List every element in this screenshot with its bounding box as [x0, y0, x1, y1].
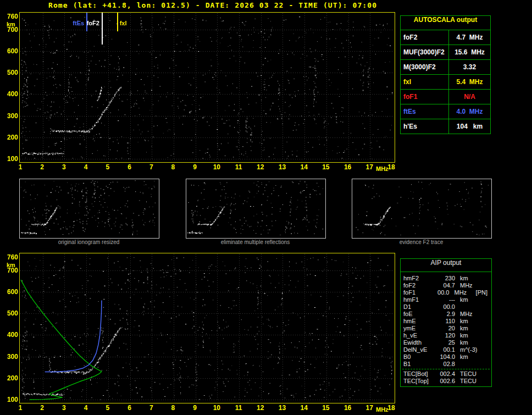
aip-row-fof1: foF100.0MHz[PN] [401, 289, 491, 296]
aip-row-yme: ymE20km [401, 325, 491, 332]
x-tick-label: 14 [298, 163, 310, 171]
aip-value: 20 [433, 325, 455, 332]
autoscala-param: M(3000)F2 [401, 60, 449, 74]
aip-row-d1: D100.0 [401, 303, 491, 311]
x-tick-label: 8 [167, 163, 179, 171]
x-tick-label: 6 [124, 163, 136, 171]
x-tick-label: 4 [80, 404, 92, 412]
aip-value: 2.9 [433, 311, 455, 318]
aip-name: TEC[Bot] [403, 370, 433, 378]
aip-row-b0: B0104.0km [401, 353, 491, 361]
y-tick-label: 760 [1, 13, 18, 20]
aip-name: hmE [403, 318, 433, 325]
x-tick-label: 7 [145, 163, 157, 171]
aip-row-hmf2: hmF2230km [401, 275, 491, 282]
aip-row-ewidth: Ewidth25km [401, 339, 491, 346]
aip-name: B1 [403, 361, 433, 368]
aip-extra [484, 275, 489, 282]
x-tick-label: 2 [36, 404, 48, 412]
marker-fof2-label: foF2 [76, 20, 99, 26]
aip-value: 02.8 [433, 361, 455, 368]
marker-fxi-line [117, 13, 118, 31]
aip-separator [402, 369, 490, 369]
marker-fxi-label: fxI [120, 20, 127, 26]
x-tick-label: 11 [232, 404, 245, 412]
marker-fof2-line [102, 13, 103, 45]
aip-name: DelN_vE [403, 346, 433, 353]
y-tick-label: 760 [1, 253, 18, 261]
aip-table-rows: hmF2230kmfoF204.7MHzfoF100.0MHz[PN]hmF1-… [401, 275, 491, 385]
x-axis-unit-label: MHz [376, 165, 389, 172]
aip-name: TEC[Top] [403, 378, 433, 385]
y-tick-label: 600 [1, 288, 18, 296]
aip-extra [484, 361, 489, 368]
x-tick-label: 5 [102, 163, 114, 171]
aip-row-hve: h_vE120km [401, 332, 491, 339]
x-tick-label: 13 [276, 163, 288, 171]
aip-value: 00.0 [433, 303, 455, 311]
x-axis-unit-label: MHz [376, 406, 389, 413]
aip-extra [484, 318, 489, 325]
aip-value: --- [433, 296, 455, 303]
aip-unit: TECU [455, 378, 484, 385]
autoscala-param: MUF(3000)F2 [401, 45, 449, 59]
aip-name: foF1 [403, 289, 430, 296]
autoscala-app-window: Rome (lat: +41.8, lon: 012.5) - DATE: 20… [0, 0, 532, 415]
autoscala-row-muf3000f2: MUF(3000)F215.6 MHz [401, 45, 490, 60]
aip-extra [484, 296, 489, 303]
x-tick-label: 16 [342, 163, 354, 171]
profile-ionogram-canvas [20, 253, 394, 402]
autoscala-row-m3000f2: M(3000)F23.32 [401, 60, 490, 75]
x-tick-label: 17 [363, 404, 375, 412]
aip-name: hmF1 [403, 296, 433, 303]
thumb-evidence-f2 [352, 179, 492, 239]
x-tick-label: 3 [58, 163, 70, 171]
y-tick-label: 100 [1, 396, 18, 403]
thumb-evidence-canvas [352, 179, 490, 237]
aip-name: h_vE [403, 332, 433, 339]
aip-extra [484, 378, 489, 385]
aip-unit: TECU [455, 370, 484, 378]
aip-value: 002.6 [433, 378, 455, 385]
autoscala-row-hes: h'Es104 km [401, 119, 490, 134]
x-tick-label: 15 [320, 404, 332, 412]
aip-value: 110 [433, 318, 455, 325]
x-tick-label: 1 [14, 163, 26, 171]
aip-name: D1 [403, 303, 433, 311]
aip-unit: MHz [455, 311, 484, 318]
aip-row-tectop: TEC[Top]002.6TECU [401, 378, 491, 385]
aip-value: 104.0 [433, 353, 455, 361]
aip-unit: km [455, 353, 484, 361]
x-tick-label: 9 [189, 163, 201, 171]
autoscala-param: fxI [401, 75, 449, 89]
aip-value: 25 [433, 339, 455, 346]
aip-unit: km [455, 296, 484, 303]
autoscala-row-fof2: foF24.7 MHz [401, 30, 490, 45]
x-tick-label: 4 [80, 163, 92, 171]
aip-extra [484, 303, 489, 311]
aip-extra [484, 346, 489, 353]
y-tick-label: 500 [1, 69, 18, 76]
x-tick-label: 8 [167, 404, 179, 412]
aip-value: 230 [433, 275, 455, 282]
aip-name: foE [403, 311, 433, 318]
aip-value: 002.4 [433, 370, 455, 378]
aip-table-title: AIP output [401, 259, 491, 272]
thumb-original-ionogram [19, 179, 159, 239]
autoscala-value: 4.0 MHz [449, 108, 490, 115]
aip-unit: km [455, 339, 484, 346]
aip-name: hmF2 [403, 275, 433, 282]
x-tick-label: 2 [36, 163, 48, 171]
autoscala-row-fof1: foF1N/A [401, 90, 490, 104]
aip-row-foe: foE2.9MHz [401, 311, 491, 318]
aip-value: 120 [433, 332, 455, 339]
autoscala-output-table: AUTOSCALA output foF24.7 MHzMUF(3000)F21… [400, 15, 491, 134]
autoscala-param: foF2 [401, 30, 449, 45]
x-tick-label: 10 [210, 404, 223, 412]
aip-value: 04.7 [433, 282, 455, 289]
autoscala-param: h'Es [401, 119, 449, 134]
aip-row-tecbot: TEC[Bot]002.4TECU [401, 370, 491, 378]
x-tick-label: 1 [14, 404, 26, 412]
x-tick-label: 9 [189, 404, 201, 412]
aip-output-table: AIP output hmF2230kmfoF204.7MHzfoF100.0M… [400, 258, 492, 387]
